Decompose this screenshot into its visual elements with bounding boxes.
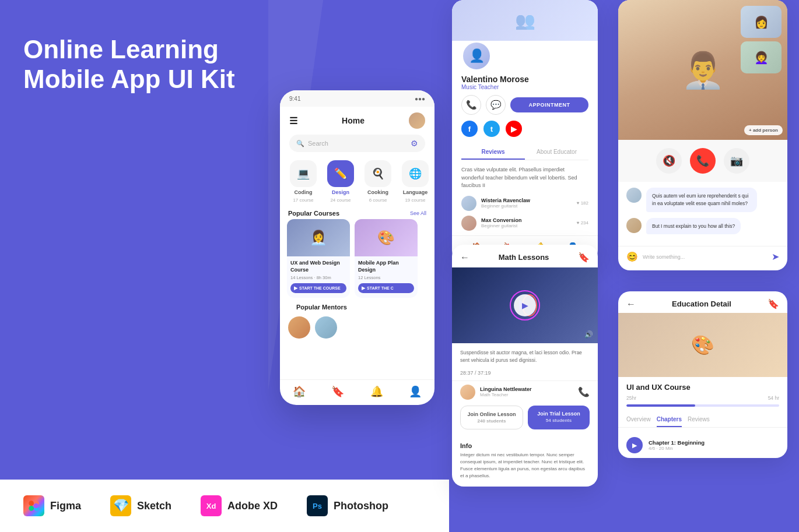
send-icon[interactable]: ➤ bbox=[772, 251, 779, 262]
hero-title: Online LearningMobile App UI Kit bbox=[23, 35, 245, 94]
add-person-btn[interactable]: + add person bbox=[744, 125, 783, 135]
figma-label: Figma bbox=[50, 500, 81, 512]
filter-icon[interactable]: ⚙ bbox=[411, 139, 418, 148]
message-btn[interactable]: 💬 bbox=[486, 95, 506, 115]
back-arrow-icon[interactable]: ← bbox=[460, 252, 469, 263]
appointment-btn[interactable]: APPOINTMENT bbox=[510, 97, 588, 112]
profile-nav-icon[interactable]: 👤 bbox=[409, 385, 422, 398]
video-play-btn[interactable]: ▶ bbox=[514, 294, 536, 316]
svg-rect-0 bbox=[29, 501, 34, 506]
math-description: Suspendisse sit auctor magna, et laci le… bbox=[452, 343, 598, 368]
xd-icon: Xd bbox=[201, 495, 222, 516]
svg-rect-2 bbox=[29, 506, 34, 511]
join-trial-btn[interactable]: Join Trial Lesson 54 students bbox=[528, 406, 590, 429]
tools-bar: Figma 💎 Sketch Xd Adobe XD Ps Photoshop bbox=[0, 480, 449, 532]
course-start-2[interactable]: ▶ START THE C bbox=[358, 283, 414, 293]
end-call-btn[interactable]: 📞 bbox=[690, 148, 716, 174]
math-progress: 28:37 / 37:19 bbox=[452, 368, 598, 380]
profile-tabs: Reviews About Educator bbox=[461, 145, 588, 160]
ps-label: Photoshop bbox=[334, 500, 388, 512]
video-call-card: 👨‍💼 👩 👩‍🦱 + add person 🔇 📞 📷 Quis autem … bbox=[618, 0, 787, 270]
reviewer-2: Max Conversion Beginner guitarist ♥ 234 bbox=[452, 213, 598, 233]
reviewer-2-title: Beginner guitarist bbox=[481, 223, 572, 228]
smiley-icon[interactable]: 😊 bbox=[626, 251, 638, 262]
cat-coding[interactable]: 💻 Coding 17 course bbox=[287, 160, 320, 203]
search-placeholder: Search bbox=[308, 140, 328, 147]
mentors-header: Popular Mentors bbox=[288, 300, 426, 313]
tab-about[interactable]: About Educator bbox=[525, 145, 588, 160]
figma-icon bbox=[23, 495, 44, 516]
edu-tab-overview[interactable]: Overview bbox=[626, 413, 651, 427]
reviewer-2-name: Max Conversion bbox=[481, 217, 572, 223]
course-card-2[interactable]: 🎨 Mobile App Plan Design 12 Lessons ▶ ST… bbox=[355, 219, 418, 298]
reviewer-1-name: Wisteria Ravenclaw bbox=[481, 198, 572, 203]
course-img-1: 👩‍💼 bbox=[287, 219, 350, 256]
course-img-2: 🎨 bbox=[355, 219, 418, 256]
profile-avatar: 👤 bbox=[461, 41, 492, 71]
edu-card-header: ← Education Detail 🔖 bbox=[618, 291, 787, 313]
see-all-link[interactable]: See All bbox=[410, 210, 426, 216]
join-online-btn[interactable]: Join Online Lesson 240 students bbox=[460, 406, 523, 429]
phone-bottom-nav: 🏠 🔖 🔔 👤 bbox=[280, 379, 434, 405]
popular-courses-header: Popular Courses See All bbox=[280, 206, 434, 219]
math-bookmark-icon[interactable]: 🔖 bbox=[578, 252, 590, 263]
courses-list: 👩‍💼 UX and Web Design Course 14 Lessons … bbox=[280, 219, 434, 298]
edu-progress-fill bbox=[626, 404, 695, 407]
edu-progress-bar bbox=[626, 404, 779, 407]
chat-bubble-1: Quis autem vel eum iure reprehenderit s … bbox=[646, 188, 757, 212]
call-btn[interactable]: 📞 bbox=[461, 95, 481, 115]
math-lessons-card: ← Math Lessons 🔖 ▶ 🔊 Suspendisse sit auc… bbox=[452, 245, 598, 487]
edu-bookmark-icon[interactable]: 🔖 bbox=[768, 298, 779, 309]
search-bar[interactable]: 🔍 Search ⚙ bbox=[289, 135, 425, 152]
chapter-title: Chapter 1: Beginning bbox=[649, 439, 705, 446]
cat-design[interactable]: ✏️ Design 24 course bbox=[324, 160, 357, 203]
edu-back-arrow[interactable]: ← bbox=[626, 299, 636, 309]
facebook-icon[interactable]: f bbox=[461, 121, 478, 137]
cat-language[interactable]: 🌐 Language 19 course bbox=[399, 160, 432, 203]
youtube-icon[interactable]: ▶ bbox=[506, 121, 522, 137]
video-thumb-1[interactable]: 👩 bbox=[741, 6, 782, 38]
twitter-icon[interactable]: t bbox=[483, 121, 500, 137]
cat-design-label: Design bbox=[332, 189, 349, 195]
hero-section: Online LearningMobile App UI Kit bbox=[0, 0, 268, 532]
home-nav-icon[interactable]: 🏠 bbox=[293, 385, 306, 398]
course-start-1[interactable]: ▶ START THE COURSE bbox=[290, 283, 346, 293]
volume-icon[interactable]: 🔊 bbox=[584, 330, 593, 339]
reviewer-1-info: Wisteria Ravenclaw Beginner guitarist bbox=[481, 198, 572, 209]
mute-btn[interactable]: 🔇 bbox=[656, 148, 682, 174]
hours-end: 54 hr bbox=[768, 395, 779, 401]
ps-icon: Ps bbox=[307, 495, 328, 516]
bookmark-nav-icon[interactable]: 🔖 bbox=[331, 385, 344, 398]
chat-avatar-2 bbox=[626, 218, 642, 233]
chapter-play-btn[interactable]: ▶ bbox=[626, 437, 643, 453]
camera-btn[interactable]: 📷 bbox=[724, 148, 749, 174]
svg-point-4 bbox=[34, 503, 39, 509]
tool-sketch: 💎 Sketch bbox=[110, 495, 171, 516]
math-video-thumb: ▶ 🔊 bbox=[452, 267, 598, 343]
course-card-1[interactable]: 👩‍💼 UX and Web Design Course 14 Lessons … bbox=[287, 219, 350, 298]
edu-tabs-row: Overview Chapters Reviews bbox=[618, 413, 787, 428]
edu-tab-reviews[interactable]: Reviews bbox=[688, 413, 710, 427]
bell-nav-icon[interactable]: 🔔 bbox=[370, 385, 383, 398]
video-thumb-2[interactable]: 👩‍🦱 bbox=[741, 41, 782, 73]
reviewer-1-avatar bbox=[461, 196, 476, 211]
info-text: Integer dictum mi nec vestibulum tempor.… bbox=[452, 452, 598, 487]
cat-coding-label: Coding bbox=[295, 189, 313, 195]
edu-course-thumbnail: 🎨 bbox=[618, 313, 787, 377]
chat-avatar-1 bbox=[626, 188, 642, 203]
profile-actions: 📞 💬 APPOINTMENT bbox=[452, 95, 598, 121]
user-avatar[interactable] bbox=[409, 112, 425, 129]
cat-coding-icon: 💻 bbox=[290, 160, 317, 187]
teacher-call-icon[interactable]: 📞 bbox=[578, 386, 590, 397]
menu-icon[interactable]: ☰ bbox=[289, 115, 297, 126]
teacher-avatar bbox=[460, 385, 475, 400]
phone-nav-bar: ☰ Home bbox=[280, 107, 434, 132]
cat-cooking[interactable]: 🍳 Cooking 6 course bbox=[362, 160, 394, 203]
cat-language-icon: 🌐 bbox=[402, 160, 429, 187]
reviewer-1: Wisteria Ravenclaw Beginner guitarist ♥ … bbox=[452, 193, 598, 213]
edu-tab-chapters[interactable]: Chapters bbox=[657, 413, 682, 427]
chat-input[interactable]: Write something... bbox=[643, 254, 767, 260]
xd-label: Adobe XD bbox=[227, 500, 278, 512]
tab-reviews[interactable]: Reviews bbox=[461, 145, 525, 160]
course-title-2: Mobile App Plan Design bbox=[358, 260, 414, 273]
